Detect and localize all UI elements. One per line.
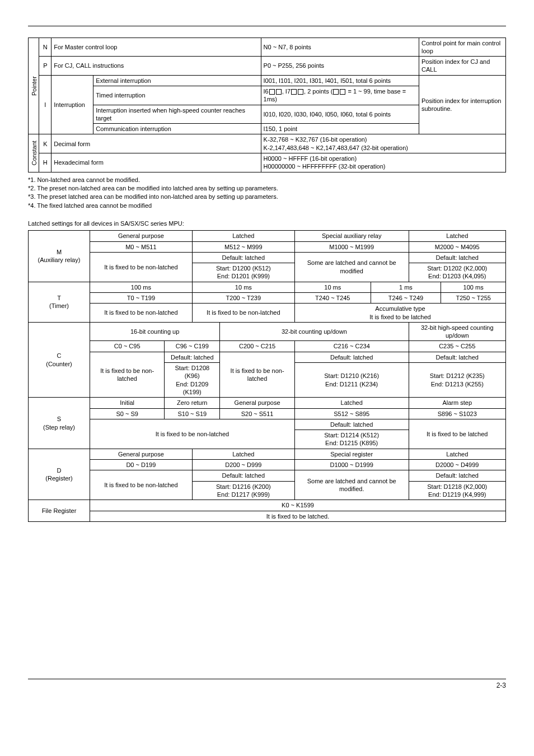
m-r2-c: M1000 ~ M1999 [294,241,409,252]
s-r2-b: S10 ~ S19 [165,408,220,419]
t-r3-b: It is fixed to be non-latched [192,304,294,323]
i-hispeed-val: I010, I020, I030, I040, I050, I060, tota… [261,105,419,124]
s-r3-c: It is fixed to be latched [409,419,506,449]
f-r1: K0 ~ K1599 [90,500,506,511]
i-comm-val: I150, 1 point [261,124,419,134]
m-r1-d: Latched [409,231,506,241]
s-r3-b2: Start: D1214 (K512) End: D1215 (K895) [294,430,409,449]
s-r1-c: General purpose [220,398,295,408]
i-ext-label: External interruption [93,75,261,86]
m-r2-a: M0 ~ M511 [90,241,193,252]
d-r1-d: Latched [409,449,506,459]
d-r3-b1: Default: latched [192,470,294,481]
d-r3-b2: Start: D1216 (K200) End: D1217 (K999) [192,481,294,500]
f-r2: It is fixed to be latched. [90,511,506,521]
c-r3-d2: Start: D1210 (K216) End: D1211 (K234) [294,363,409,398]
m-r1-a: General purpose [90,231,193,241]
s-r1-a: Initial [90,398,165,408]
s-r2-e: S896 ~ S1023 [409,408,506,419]
t-r2-c: T240 ~ T245 [294,293,371,304]
i-rightnote: Position index for interruption subrouti… [419,75,506,134]
i-timed-val: I6, I7, 2 points ( = 1 ~ 99, time base =… [261,86,419,105]
m-r3-d1: Default: latched [409,252,506,263]
c-r3-b1: Default: latched [165,352,220,362]
c-r2-d: C216 ~ C234 [294,341,409,352]
t-r2-b: T200 ~ T239 [192,293,294,304]
code-p: P [39,57,51,76]
t-r2-d: T246 ~ T249 [371,293,441,304]
m-r3-d2: Start: D1202 (K2,000) End: D1203 (K4,095… [409,263,506,282]
n-note: Control point for main control loop [419,38,506,57]
c-label: C (Counter) [29,322,90,397]
d-r1-a: General purpose [90,449,193,459]
note-3: *3. The preset latched area can be modif… [28,193,506,201]
c-r3-d1: Default: latched [294,352,409,362]
s-r3-b1: Default: latched [294,419,409,430]
page-number: 2-3 [28,682,506,689]
k-desc: Decimal form [51,134,261,153]
m-r3-b2: Start: D1200 (K512) End: D1201 (K999) [192,263,294,282]
h-range: H0000 ~ HFFFF (16-bit operation) H000000… [261,153,505,172]
c-r2-c: C200 ~ C215 [220,341,295,352]
d-r2-d: D2000 ~ D4999 [409,460,506,470]
i-timed-label: Timed interruption [93,86,261,105]
note-1: *1. Non-latched area cannot be modified. [28,176,506,184]
vlabel-pointer: Pointer [29,38,39,134]
s-r2-c: S20 ~ S511 [220,408,295,419]
t-r1-c: 10 ms [294,282,371,292]
t-r3-c: Accumulative type It is fixed to be latc… [294,304,505,323]
d-r1-b: Latched [192,449,294,459]
c-r3-e2: Start: D1212 (K235) End: D1213 (K255) [409,363,506,398]
s-r3-a: It is fixed to be non-latched [90,419,295,449]
c-r2-a: C0 ~ C95 [90,341,165,352]
t-r2-e: T250 ~ T255 [441,293,506,304]
m-r1-c: Special auxiliary relay [294,231,409,241]
code-k: K [39,134,51,153]
c-r3-a: It is fixed to be non-latched [90,352,165,397]
d-r1-c: Special register [294,449,409,459]
code-n: N [39,38,51,57]
s-label: S (Step relay) [29,398,90,449]
t-r2-a: T0 ~ T199 [90,293,193,304]
m-r2-d: M2000 ~ M4095 [409,241,506,252]
d-r3-d1: Default: latched [409,470,506,481]
d-r2-b: D200 ~ D999 [192,460,294,470]
k-range: K-32,768 ~ K32,767 (16-bit operation) K-… [261,134,505,153]
s-r1-b: Zero return [165,398,220,408]
c-r3-e1: Default: latched [409,352,506,362]
t-label: T (Timer) [29,282,90,322]
c-r1-b: 32-bit counting up/down [220,322,409,341]
m-r2-b: M512 ~ M999 [192,241,294,252]
m-r1-b: Latched [192,231,294,241]
d-r3-a: It is fixed to be non-latched [90,470,193,500]
c-r3-c: It is fixed to be non-latched [220,352,295,397]
n-range: N0 ~ N7, 8 points [261,38,419,57]
c-r2-e: C235 ~ C255 [409,341,506,352]
m-label: M (Auxiliary relay) [29,231,90,282]
t-r1-a: 100 ms [90,282,193,292]
m-r3-c: Some are latched and cannot be modified [294,252,409,282]
c-r1-a: 16-bit counting up [90,322,220,341]
d-r3-d2: Start: D1218 (K2,000) End: D1219 (K4,999… [409,481,506,500]
m-r3-b1: Default: latched [192,252,294,263]
h-desc: Hexadecimal form [51,153,261,172]
c-r2-b: C96 ~ C199 [165,341,220,352]
p-range: P0 ~ P255, 256 points [261,57,419,76]
section-title: Latched settings for all devices in SA/S… [28,220,506,227]
t-r3-a: It is fixed to be non-latched [90,304,193,323]
d-r3-c: Some are latched and cannot be modified. [294,470,409,500]
t-r1-e: 100 ms [441,282,506,292]
d-r2-a: D0 ~ D199 [90,460,193,470]
vlabel-constant: Constant [29,134,39,172]
i-ext-val: I001, I101, I201, I301, I401, I501, tota… [261,75,419,86]
c-r1-c: 32-bit high-speed counting up/down [409,322,506,341]
i-sub: Interruption [51,75,93,134]
s-r2-d: S512 ~ S895 [294,408,409,419]
table-latched-settings: M (Auxiliary relay) General purpose Latc… [28,230,506,522]
t-r1-b: 10 ms [192,282,294,292]
i-comm-label: Communication interruption [93,124,261,134]
p-desc: For CJ, CALL instructions [51,57,261,76]
c-r3-b2: Start: D1208 (K96) End: D1209 (K199) [165,363,220,398]
code-h: H [39,153,51,172]
code-i: I [39,75,51,134]
